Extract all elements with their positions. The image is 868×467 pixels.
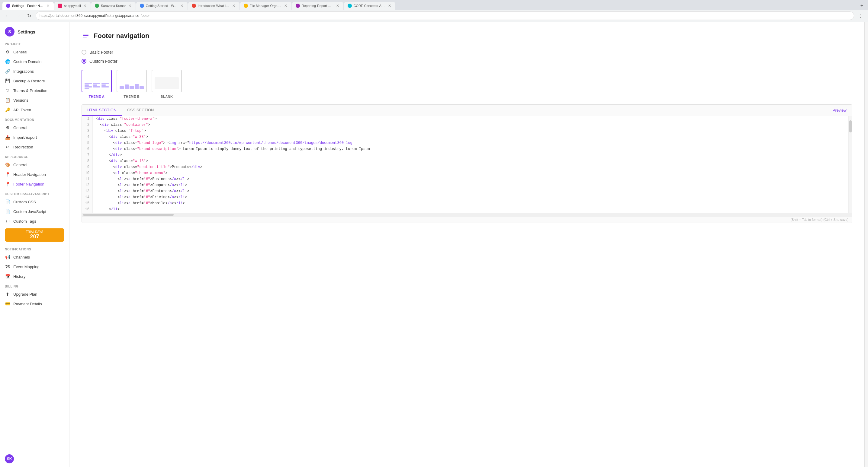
theme-label-theme-a: THEME A [89, 95, 105, 98]
preview-button[interactable]: Preview [827, 105, 852, 115]
tab-close-button[interactable]: ✕ [284, 4, 288, 8]
browser-tab-core[interactable]: CORE Concepts-About Do... ✕ [344, 2, 395, 10]
back-button[interactable]: ← [3, 11, 11, 20]
sidebar-item-custom-tags[interactable]: 🏷 Custom Tags [0, 216, 69, 226]
sidebar-item-footer-navigation[interactable]: 📍 Footer Navigation [0, 179, 69, 189]
sidebar-item-redirection[interactable]: ↩ Redirection [0, 142, 69, 152]
main-scrollbar[interactable] [864, 22, 868, 467]
tab-title: Reporting-Report Notificati... [302, 4, 334, 7]
sidebar-item-general-appearance[interactable]: 🎨 General [0, 160, 69, 170]
code-line-4: 4 <div class="w-33"> [82, 134, 848, 140]
vertical-scrollbar[interactable] [848, 116, 852, 213]
sidebar-item-custom-javascript[interactable]: 📄 Custom JavaScript [0, 207, 69, 216]
sidebar-icon-upgrade-plan: ⬆ [5, 292, 10, 297]
browser-tab-file[interactable]: File Manager-Organizing y... ✕ [240, 2, 291, 10]
sidebar-icon-teams-protection: 🛡 [5, 88, 10, 93]
sidebar-item-custom-domain[interactable]: 🌐 Custom Domain [0, 57, 69, 66]
theme-preview-theme-a [82, 70, 112, 92]
sidebar-icon-history: 📅 [5, 274, 10, 279]
theme-card-theme-b[interactable]: THEME B [117, 70, 147, 98]
line-content: <li><a href="#">Compare</a></li> [93, 182, 848, 189]
tab-close-button[interactable]: ✕ [388, 4, 392, 8]
sidebar-item-backup-restore[interactable]: 💾 Backup & Restore [0, 76, 69, 86]
line-number: 3 [82, 128, 93, 134]
sidebar-icon-general-doc: ⚙ [5, 125, 10, 130]
sidebar-item-header-navigation[interactable]: 📍 Header Navigation [0, 170, 69, 179]
menu-button[interactable]: ⋮ [857, 11, 865, 20]
sidebar-icon-general-project: ⚙ [5, 49, 10, 55]
sidebar-item-teams-protection[interactable]: 🛡 Teams & Protection [0, 86, 69, 95]
sidebar-item-general-project[interactable]: ⚙ General [0, 47, 69, 57]
address-bar[interactable]: https://portal.document360.io/snappymail… [36, 11, 854, 20]
browser-tab-getting[interactable]: Getting Started - What is S... ✕ [136, 2, 188, 10]
sidebar-icon-custom-domain: 🌐 [5, 59, 10, 64]
line-number: 4 [82, 134, 93, 140]
tab-close-button[interactable]: ✕ [46, 4, 50, 8]
line-number: 6 [82, 146, 93, 152]
browser-tab-saravana[interactable]: Saravana Kumar ✕ [91, 2, 135, 10]
browser-tab-snappymail[interactable]: snappymail ✕ [54, 2, 91, 10]
tab-favicon [296, 4, 300, 8]
tab-favicon [6, 4, 10, 8]
browser-tab-settings[interactable]: Settings - Footer Navigatio... ✕ [2, 2, 54, 10]
tab-close-button[interactable]: ✕ [231, 4, 236, 8]
forward-button[interactable]: → [14, 11, 22, 20]
theme-card-theme-a[interactable]: THEME A [82, 70, 112, 98]
sidebar-icon-backup-restore: 💾 [5, 78, 10, 84]
tab-favicon [95, 4, 99, 8]
tab-title: File Manager-Organizing y... [250, 4, 282, 7]
line-content: <div class="brand-logo"> <img src="https… [93, 140, 848, 146]
sidebar-item-label-header-navigation: Header Navigation [13, 172, 46, 177]
trial-badge: TRIAL DAYS207 [5, 228, 64, 242]
sidebar-icon-import-export: 📤 [5, 135, 10, 140]
sidebar-item-custom-css[interactable]: 📄 Custom CSS [0, 197, 69, 207]
line-content: <div class="footer-theme-a"> [93, 116, 848, 122]
sidebar-section-label-appearance: APPEARANCE [0, 152, 69, 160]
code-editor-area[interactable]: 1 <div class="footer-theme-a">2 <div cla… [82, 116, 848, 213]
sidebar-item-general-doc[interactable]: ⚙ General [0, 123, 69, 132]
sidebar-item-api-token[interactable]: 🔑 API Token [0, 105, 69, 114]
horizontal-scrollbar[interactable] [82, 213, 852, 216]
tab-close-button[interactable]: ✕ [83, 4, 87, 8]
sidebar-item-event-mapping[interactable]: 🗺 Event Mapping [0, 262, 69, 271]
line-number: 7 [82, 152, 93, 158]
browser-tab-reporting[interactable]: Reporting-Report Notificati... ✕ [292, 2, 343, 10]
code-line-16: 16 </li> [82, 207, 848, 213]
trial-count: 207 [8, 234, 61, 240]
tab-title: CORE Concepts-About Do... [354, 4, 386, 7]
sidebar-item-import-export[interactable]: 📤 Import/Export [0, 132, 69, 142]
browser-tabs: Settings - Footer Navigatio... ✕ snappym… [0, 0, 868, 10]
radio-option-basic-footer[interactable]: Basic Footer [82, 50, 852, 55]
sidebar-item-payment-details[interactable]: 💳 Payment Details [0, 299, 69, 309]
code-line-2: 2 <div class="container"> [82, 122, 848, 128]
code-line-3: 3 <div class="f-top"> [82, 128, 848, 134]
tab-title: Introduction-What is B... [198, 4, 230, 7]
sidebar-item-upgrade-plan[interactable]: ⬆ Upgrade Plan [0, 289, 69, 299]
sidebar-item-versions[interactable]: 📋 Versions [0, 95, 69, 105]
theme-card-blank[interactable]: BLANK [152, 70, 182, 98]
line-number: 14 [82, 195, 93, 201]
editor-tab-html-section[interactable]: HTML SECTION [82, 105, 122, 116]
sidebar-item-label-versions: Versions [13, 98, 28, 103]
line-number: 9 [82, 164, 93, 170]
sidebar-item-history[interactable]: 📅 History [0, 271, 69, 281]
radio-option-custom-footer[interactable]: Custom Footer [82, 59, 852, 64]
editor-tab-css-section[interactable]: CSS SECTION [122, 105, 159, 116]
new-tab-button[interactable]: + [858, 2, 866, 10]
sidebar-item-integrations[interactable]: 🔗 Integrations [0, 66, 69, 76]
sidebar-icon-custom-javascript: 📄 [5, 209, 10, 214]
sidebar-item-label-custom-javascript: Custom JavaScript [13, 209, 46, 214]
code-line-13: 13 <li><a href="#">Features</a></li> [82, 189, 848, 195]
code-line-12: 12 <li><a href="#">Compare</a></li> [82, 182, 848, 189]
svg-rect-2 [83, 37, 87, 37]
line-content: <li><a href="#">Pricing</a></li> [93, 195, 848, 201]
browser-tab-intro[interactable]: Introduction-What is B... ✕ [188, 2, 240, 10]
sidebar-item-channels[interactable]: 📢 Channels [0, 252, 69, 262]
tab-close-button[interactable]: ✕ [336, 4, 340, 8]
tab-close-button[interactable]: ✕ [128, 4, 132, 8]
sidebar-icon-redirection: ↩ [5, 144, 10, 149]
reload-button[interactable]: ↻ [25, 11, 33, 20]
sidebar: S Settings PROJECT⚙ General🌐 Custom Doma… [0, 22, 69, 467]
tab-close-button[interactable]: ✕ [180, 4, 184, 8]
sidebar-title: Settings [18, 29, 35, 34]
